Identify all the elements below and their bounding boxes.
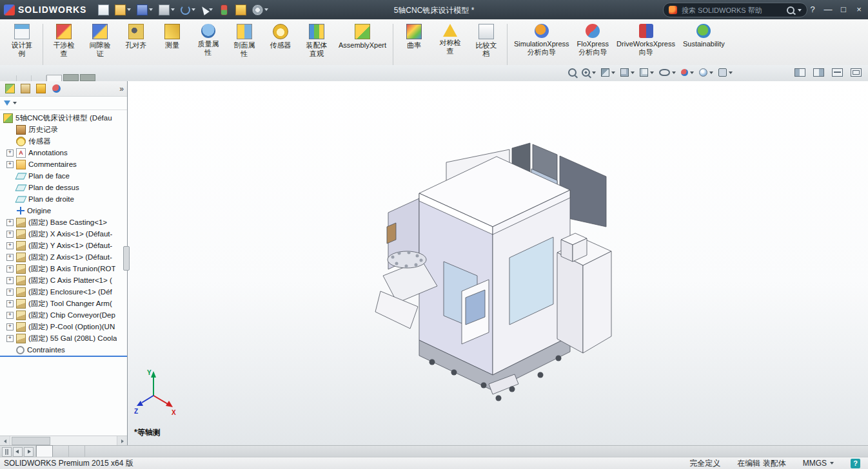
tree-item[interactable]: + (固定) Y Axis<1> (Défaut- <box>0 240 127 251</box>
tree-item[interactable]: 历史记录 <box>0 124 127 135</box>
pane-button-full-pane[interactable] <box>851 68 862 77</box>
tree-item[interactable]: + (固定) P-Cool (Option)(UN <box>0 321 127 332</box>
tab-solidworks-addins[interactable] <box>63 74 79 81</box>
ribbon-button-sensors[interactable]: 传感器 <box>262 22 299 68</box>
tree-item[interactable]: + (固定) 55 Gal (208L) Coola <box>0 332 127 344</box>
ribbon-button-interference-check[interactable]: 干涉检 查 <box>46 22 82 68</box>
ribbon-button-sustainability[interactable]: Sustainability <box>679 22 729 68</box>
help-button[interactable]: ? <box>805 0 820 19</box>
tree-item[interactable]: + (固定) C Axis Platter<1> ( <box>0 274 127 286</box>
scroll-tabs-right-icon[interactable] <box>24 447 34 457</box>
scroll-right-icon[interactable] <box>117 436 127 446</box>
maximize-button[interactable]: □ <box>836 0 851 19</box>
scroll-left-icon[interactable] <box>0 436 10 446</box>
expand-icon[interactable]: + <box>6 219 14 226</box>
tree-item[interactable]: + (固定) B Axis Trunion(ROT <box>0 263 127 274</box>
tab-sketch[interactable] <box>32 75 46 81</box>
ribbon-button-simulationxpress[interactable]: SimulationXpress 分析向导 <box>510 22 573 68</box>
tab-solidworks-mbd[interactable] <box>80 74 95 81</box>
expand-icon[interactable]: + <box>6 265 14 273</box>
tab-evaluate[interactable] <box>46 75 62 81</box>
headsup-button-edit-appearance[interactable] <box>680 68 695 77</box>
expand-icon[interactable]: + <box>6 277 14 284</box>
dropdown-caret-icon[interactable] <box>149 8 153 11</box>
dropdown-caret-icon[interactable] <box>611 72 615 74</box>
help-search-input[interactable] <box>680 6 784 15</box>
quick-button-print[interactable] <box>156 3 177 17</box>
pane-button-minimize-pane[interactable] <box>832 68 843 77</box>
dropdown-caret-icon[interactable] <box>631 72 635 74</box>
tree-item[interactable]: + (固定) Z Axis<1> (Défaut- <box>0 251 127 263</box>
tab-layout[interactable] <box>17 75 32 81</box>
tree-item[interactable]: + (固定) Base Casting<1> <box>0 216 127 228</box>
panel-splitter[interactable] <box>123 246 130 271</box>
tree-item[interactable]: + (固定) X Axis<1> (Défaut- <box>0 228 127 240</box>
tree-item[interactable]: + Commentaires <box>0 158 127 170</box>
filter-icon[interactable] <box>4 100 10 106</box>
panel-tabs-overflow[interactable]: » <box>119 84 124 93</box>
ribbon-button-section-properties[interactable]: 剖面属 性 <box>226 22 262 68</box>
quick-button-rebuild[interactable] <box>216 3 232 17</box>
expand-icon[interactable]: + <box>6 161 14 168</box>
ribbon-button-measure[interactable]: 测量 <box>154 22 190 68</box>
quick-button-new-document[interactable] <box>95 3 112 17</box>
dropdown-caret-icon[interactable] <box>592 72 596 74</box>
dropdown-caret-icon[interactable] <box>264 8 268 11</box>
headsup-button-view-settings[interactable] <box>718 67 733 78</box>
scroll-track[interactable] <box>10 436 117 446</box>
headsup-button-view-orientation[interactable] <box>620 67 635 78</box>
doc-tab-motion-study-1[interactable] <box>69 446 85 457</box>
expand-icon[interactable]: + <box>6 312 14 319</box>
quick-button-options[interactable] <box>250 3 271 17</box>
pane-button-split-right[interactable] <box>813 68 824 77</box>
ribbon-button-clearance-verify[interactable]: 间隙验 证 <box>82 22 118 68</box>
headsup-button-display-style[interactable] <box>639 67 655 78</box>
expand-icon[interactable]: + <box>6 335 14 342</box>
expand-icon[interactable]: + <box>6 323 14 330</box>
ribbon-button-compare-documents[interactable]: 比较文 档 <box>468 22 504 68</box>
filter-field[interactable] <box>19 99 123 108</box>
dropdown-caret-icon[interactable] <box>690 72 694 74</box>
tree-item[interactable]: + (固定) Chip Conveyor(Dep <box>0 309 127 321</box>
dropdown-caret-icon[interactable] <box>709 72 713 74</box>
tab-splitter[interactable] <box>2 447 12 457</box>
quick-tips-icon[interactable]: ? <box>851 459 860 468</box>
dropdown-caret-icon[interactable] <box>171 8 175 11</box>
pane-button-split-left[interactable] <box>794 68 805 77</box>
cnc-machine-model[interactable] <box>128 81 868 446</box>
panel-tab-displaymanager[interactable] <box>50 82 63 95</box>
tree-item[interactable]: 5轴CNC铣床设计模型 (Défau <box>0 112 127 124</box>
expand-icon[interactable]: + <box>6 149 14 157</box>
headsup-button-apply-scene[interactable] <box>698 67 714 78</box>
ribbon-button-hole-alignment[interactable]: 孔对齐 <box>118 22 154 68</box>
filter-caret-icon[interactable] <box>13 102 17 104</box>
doc-tab-3d-views[interactable] <box>53 446 69 457</box>
tree-item[interactable]: Plan de dessus <box>0 182 127 193</box>
quick-button-select[interactable] <box>199 3 215 17</box>
ribbon-button-floxpress[interactable]: FloXpress 分析向导 <box>573 22 613 68</box>
headsup-button-zoom-fit[interactable] <box>567 67 577 78</box>
dropdown-caret-icon[interactable] <box>650 72 654 74</box>
tree-item[interactable]: 传感器 <box>0 135 127 147</box>
dropdown-caret-icon[interactable] <box>729 72 733 74</box>
quick-button-undo[interactable] <box>178 3 198 17</box>
graphics-area[interactable]: Y X Z *等轴测 <box>128 81 868 446</box>
search-icon[interactable] <box>787 6 794 14</box>
expand-icon[interactable]: + <box>6 242 14 249</box>
ribbon-button-design-study[interactable]: 设计算 例 <box>4 22 40 68</box>
tree-item[interactable]: Contraintes <box>0 344 127 356</box>
quick-button-file-properties[interactable] <box>233 3 249 17</box>
panel-tab-featuremanager[interactable] <box>3 82 17 95</box>
dropdown-caret-icon[interactable] <box>672 72 676 74</box>
tree-item[interactable]: Plan de droite <box>0 193 127 205</box>
headsup-button-section-view[interactable] <box>600 67 616 78</box>
headsup-button-zoom-area[interactable] <box>581 67 597 78</box>
tree-item[interactable]: Origine <box>0 205 127 216</box>
scroll-tabs-left-icon[interactable] <box>13 447 23 457</box>
tree-item[interactable]: + Annotations <box>0 147 127 158</box>
expand-icon[interactable]: + <box>6 254 14 261</box>
scroll-thumb[interactable] <box>12 437 50 445</box>
units-selector[interactable]: MMGS <box>803 459 834 468</box>
ribbon-button-curvature[interactable]: 曲率 <box>396 22 432 68</box>
dropdown-caret-icon[interactable] <box>209 8 213 11</box>
